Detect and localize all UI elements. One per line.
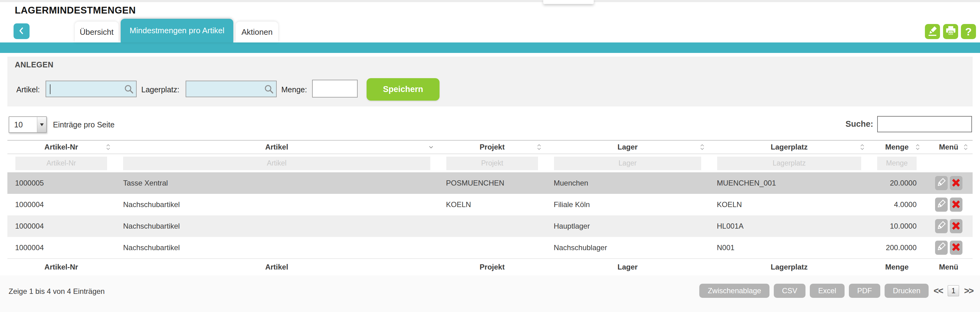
edit-row-button[interactable] bbox=[935, 219, 948, 233]
table-row[interactable]: 1000004 Nachschubartikel KOELN Filiale K… bbox=[7, 194, 973, 215]
edit-page-button[interactable] bbox=[925, 24, 940, 39]
column-header-menu[interactable]: Menü bbox=[924, 140, 973, 154]
delete-row-button[interactable] bbox=[950, 197, 963, 212]
top-divider bbox=[0, 0, 980, 2]
filter-menge[interactable] bbox=[877, 157, 916, 170]
column-header-lagerplatz[interactable]: Lagerplatz bbox=[709, 140, 869, 154]
menge-input[interactable] bbox=[316, 80, 347, 97]
anlegen-section-title: ANLEGEN bbox=[15, 60, 54, 69]
search-icon bbox=[264, 84, 274, 96]
column-header-lager[interactable]: Lager bbox=[546, 140, 709, 154]
tab-mindestmengen-pro-artikel[interactable]: Mindestmengen pro Artikel bbox=[121, 19, 233, 43]
filter-lagerplatz[interactable] bbox=[717, 157, 861, 170]
sort-icon bbox=[860, 144, 864, 150]
mindestmengen-table: Artikel-Nr Artikel Projekt bbox=[7, 140, 973, 276]
sort-icon bbox=[964, 144, 968, 150]
page-size-value: 10 bbox=[14, 120, 23, 129]
printer-icon bbox=[945, 25, 956, 38]
chevron-left-icon bbox=[18, 27, 25, 36]
artikel-label: Artikel: bbox=[16, 85, 40, 94]
export-csv-button[interactable]: CSV bbox=[774, 284, 805, 298]
anlegen-panel bbox=[7, 57, 973, 107]
export-pdf-button[interactable]: PDF bbox=[849, 284, 880, 298]
x-delete-icon bbox=[951, 221, 961, 232]
edit-row-button[interactable] bbox=[935, 176, 948, 190]
search-label: Suche: bbox=[845, 119, 873, 129]
column-header-projekt[interactable]: Projekt bbox=[438, 140, 546, 154]
lagerplatz-label: Lagerplatz: bbox=[141, 85, 180, 94]
sort-icon bbox=[916, 144, 920, 150]
entries-per-page-label: Einträge pro Seite bbox=[53, 120, 115, 129]
table-row[interactable]: 1000004 Nachschubartikel Nachschublager … bbox=[7, 237, 973, 258]
pencil-icon bbox=[928, 26, 938, 38]
footer-column-menge: Menge bbox=[869, 258, 924, 276]
pagination-current-page[interactable]: 1 bbox=[948, 285, 959, 296]
pencil-icon bbox=[936, 178, 946, 189]
x-delete-icon bbox=[951, 242, 961, 253]
lagerplatz-lookup-field[interactable] bbox=[186, 81, 277, 97]
footer-column-projekt: Projekt bbox=[438, 258, 546, 276]
table-row[interactable]: 1000004 Nachschubartikel Hauptlager HL00… bbox=[7, 215, 973, 237]
delete-row-button[interactable] bbox=[950, 219, 963, 233]
pencil-icon bbox=[936, 242, 946, 253]
sort-icon bbox=[106, 144, 110, 150]
filter-artikel[interactable] bbox=[123, 157, 430, 170]
artikel-lookup-field[interactable] bbox=[46, 81, 137, 97]
page-size-select[interactable]: 10 bbox=[9, 116, 47, 133]
footer-column-lager: Lager bbox=[546, 258, 709, 276]
help-button[interactable]: ? bbox=[961, 24, 976, 39]
text-cursor bbox=[50, 84, 51, 94]
footer-column-artikel-nr: Artikel-Nr bbox=[7, 258, 115, 276]
menge-label: Menge: bbox=[281, 85, 307, 94]
footer-column-artikel: Artikel bbox=[115, 258, 438, 276]
print-button[interactable] bbox=[943, 24, 958, 39]
print-table-button[interactable]: Drucken bbox=[885, 284, 929, 298]
column-header-menge[interactable]: Menge bbox=[869, 140, 924, 154]
pencil-icon bbox=[936, 199, 946, 210]
select-dropdown-button[interactable] bbox=[37, 117, 46, 132]
column-header-artikel-nr[interactable]: Artikel-Nr bbox=[7, 140, 115, 154]
table-footer-bar: Zeige 1 bis 4 von 4 Einträgen Zwischenab… bbox=[0, 275, 980, 312]
filter-lager[interactable] bbox=[554, 157, 701, 170]
footer-controls: Zwischenablage CSV Excel PDF Drucken << … bbox=[699, 284, 974, 298]
column-header-artikel[interactable]: Artikel bbox=[115, 140, 438, 154]
speichern-button[interactable]: Speichern bbox=[367, 78, 439, 100]
pagination-prev[interactable]: << bbox=[934, 286, 943, 296]
tab-label: Mindestmengen pro Artikel bbox=[130, 26, 224, 35]
edit-row-button[interactable] bbox=[935, 197, 948, 212]
table-row[interactable]: 1000005 Tasse Xentral POSMUENCHEN Muench… bbox=[7, 172, 973, 194]
delete-row-button[interactable] bbox=[950, 176, 963, 190]
table-footer-row: Artikel-Nr Artikel Projekt Lager Lagerpl… bbox=[7, 258, 973, 276]
table-header-row: Artikel-Nr Artikel Projekt bbox=[7, 140, 973, 154]
back-button[interactable] bbox=[14, 23, 30, 39]
footer-column-lagerplatz: Lagerplatz bbox=[709, 258, 869, 276]
export-clipboard-button[interactable]: Zwischenablage bbox=[699, 284, 769, 298]
entries-info: Zeige 1 bis 4 von 4 Einträgen bbox=[9, 287, 105, 296]
menge-field[interactable] bbox=[312, 80, 358, 97]
footer-column-menu: Menü bbox=[924, 258, 973, 276]
tab-label: Aktionen bbox=[241, 27, 272, 37]
x-delete-icon bbox=[951, 199, 961, 210]
table-filter-row bbox=[7, 154, 973, 172]
filter-artikel-nr[interactable] bbox=[15, 157, 107, 170]
x-delete-icon bbox=[951, 178, 961, 189]
pagination-next[interactable]: >> bbox=[964, 286, 973, 296]
search-input[interactable] bbox=[877, 116, 972, 132]
question-mark-icon: ? bbox=[965, 26, 972, 37]
sort-icon bbox=[700, 144, 704, 150]
search-icon bbox=[124, 84, 134, 96]
delete-row-button[interactable] bbox=[950, 240, 963, 255]
pencil-icon bbox=[936, 221, 946, 232]
top-popup-remnant bbox=[543, 0, 594, 4]
sort-icon bbox=[537, 144, 541, 150]
chevron-down-icon bbox=[40, 123, 44, 126]
tab-uebersicht[interactable]: Übersicht bbox=[75, 22, 118, 43]
filter-projekt[interactable] bbox=[446, 157, 538, 170]
sort-desc-icon bbox=[429, 146, 433, 149]
export-excel-button[interactable]: Excel bbox=[810, 284, 845, 298]
edit-row-button[interactable] bbox=[935, 240, 948, 255]
tab-label: Übersicht bbox=[80, 27, 114, 37]
tab-bar-band bbox=[0, 43, 980, 53]
page-title: LAGERMINDESTMENGEN bbox=[15, 5, 136, 16]
tab-aktionen[interactable]: Aktionen bbox=[236, 22, 278, 43]
